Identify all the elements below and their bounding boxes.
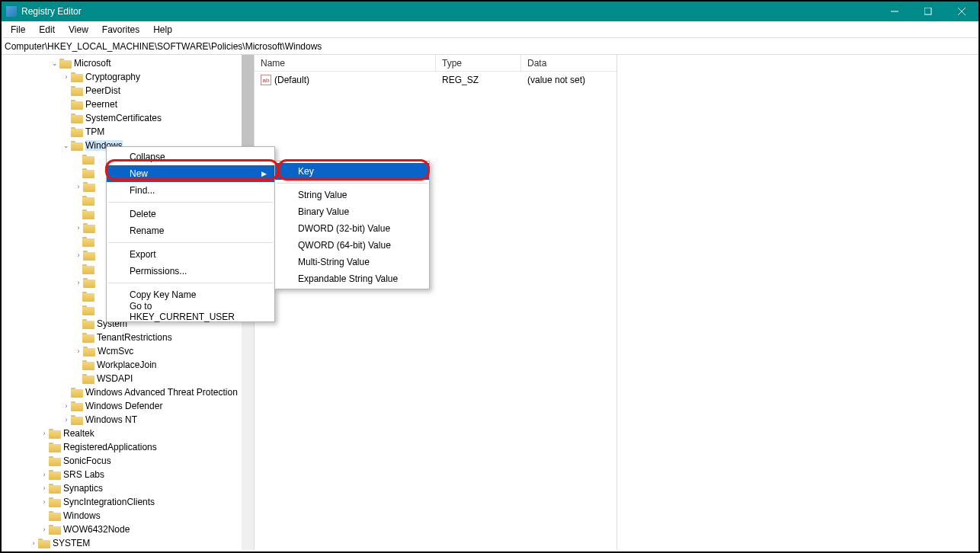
folder-icon [38, 538, 50, 548]
ctx-collapse[interactable]: Collapse [107, 149, 274, 165]
tree-systemhive[interactable]: SYSTEM [53, 538, 90, 548]
folder-icon [71, 126, 83, 137]
sub-key[interactable]: Key [275, 163, 429, 180]
app-icon [6, 6, 17, 17]
ctx-goto[interactable]: Go to HKEY_CURRENT_USER [107, 303, 274, 320]
header-name[interactable]: Name [255, 55, 436, 71]
ctx-rename[interactable]: Rename [107, 222, 274, 239]
submenu-arrow-icon: ▶ [261, 170, 267, 177]
tree-regapps[interactable]: RegisteredApplications [63, 442, 157, 452]
new-submenu: Key String Value Binary Value DWORD (32-… [274, 161, 430, 289]
titlebar: Registry Editor [2, 2, 978, 21]
tree-sonic[interactable]: SonicFocus [63, 456, 111, 466]
ctx-delete[interactable]: Delete [107, 206, 274, 222]
tree-peerdist[interactable]: PeerDist [85, 85, 120, 96]
context-menu: Collapse New▶ Find... Delete Rename Expo… [106, 146, 275, 322]
value-name: (Default) [274, 75, 309, 85]
sub-dword[interactable]: DWORD (32-bit) Value [275, 220, 429, 237]
empty-panel [617, 55, 979, 550]
folder-icon [83, 181, 95, 192]
menu-favorites[interactable]: Favorites [96, 23, 146, 37]
folder-icon [71, 140, 83, 151]
close-button[interactable] [945, 2, 978, 21]
folder-icon [83, 250, 95, 261]
folder-icon [82, 305, 94, 315]
value-data: (value not set) [521, 75, 617, 85]
menu-separator [108, 202, 273, 203]
folder-icon [71, 85, 83, 96]
ctx-permissions[interactable]: Permissions... [107, 263, 274, 280]
tree-realtek[interactable]: Realtek [63, 428, 94, 439]
folder-icon [82, 236, 94, 247]
folder-icon [49, 524, 61, 535]
window-title: Registry Editor [21, 6, 82, 17]
list-row[interactable]: ab(Default) REG_SZ (value not set) [255, 72, 617, 88]
tree-winnt[interactable]: Windows NT [85, 414, 137, 425]
folder-icon [49, 497, 61, 507]
menu-edit[interactable]: Edit [33, 23, 61, 37]
sub-expand[interactable]: Expandable String Value [275, 270, 429, 287]
tree-wsdapi[interactable]: WSDAPI [97, 373, 133, 384]
folder-icon [49, 483, 61, 494]
ctx-new[interactable]: New▶ [107, 165, 274, 182]
tree-tpm[interactable]: TPM [85, 126, 104, 137]
folder-icon [71, 113, 83, 123]
tree-cryptography[interactable]: Cryptography [85, 72, 140, 82]
tree-watp[interactable]: Windows Advanced Threat Protection [85, 387, 238, 398]
maximize-button[interactable] [911, 2, 945, 21]
folder-icon [49, 510, 61, 521]
tree-srs[interactable]: SRS Labs [63, 469, 104, 480]
sub-binary[interactable]: Binary Value [275, 203, 429, 220]
folder-icon [82, 332, 94, 343]
menu-file[interactable]: File [5, 23, 31, 37]
menu-separator [277, 183, 428, 184]
folder-icon [82, 168, 94, 178]
tree-workplace[interactable]: WorkplaceJoin [97, 360, 156, 370]
sub-multi[interactable]: Multi-String Value [275, 254, 429, 270]
folder-icon [71, 72, 83, 82]
sub-qword[interactable]: QWORD (64-bit) Value [275, 237, 429, 254]
menu-view[interactable]: View [62, 23, 94, 37]
folder-icon [82, 154, 94, 165]
folder-icon [82, 373, 94, 384]
tree-sync[interactable]: SyncIntegrationClients [63, 497, 155, 507]
folder-icon [82, 360, 94, 370]
folder-icon [71, 414, 83, 425]
menu-separator [108, 242, 273, 243]
ctx-export[interactable]: Export [107, 246, 274, 263]
list-header: Name Type Data [255, 55, 617, 72]
folder-icon [49, 469, 61, 480]
tree-wcmsvc[interactable]: WcmSvc [98, 346, 133, 356]
tree-peernet[interactable]: Peernet [85, 99, 117, 110]
folder-icon [59, 58, 72, 69]
menu-help[interactable]: Help [147, 23, 178, 37]
tree-windows2[interactable]: Windows [63, 510, 101, 521]
folder-icon [49, 428, 61, 439]
tree-defender[interactable]: Windows Defender [85, 401, 162, 411]
folder-icon [71, 387, 83, 398]
folder-icon [82, 195, 94, 206]
folder-icon [83, 222, 95, 233]
sub-string[interactable]: String Value [275, 187, 429, 203]
folder-icon [71, 99, 83, 110]
header-data[interactable]: Data [521, 55, 617, 71]
menubar: File Edit View Favorites Help [2, 21, 978, 38]
value-type: REG_SZ [436, 75, 521, 85]
folder-icon [49, 456, 61, 466]
ctx-find[interactable]: Find... [107, 182, 274, 199]
folder-icon [83, 346, 95, 356]
folder-icon [82, 291, 94, 302]
tree-systemcertificates[interactable]: SystemCertificates [85, 113, 162, 123]
minimize-button[interactable] [878, 2, 911, 21]
address-bar[interactable]: Computer\HKEY_LOCAL_MACHINE\SOFTWARE\Pol… [2, 38, 978, 55]
folder-icon [82, 318, 94, 329]
tree-microsoft[interactable]: Microsoft [74, 58, 111, 69]
folder-icon [83, 277, 95, 288]
folder-icon [82, 264, 94, 274]
folder-icon [82, 209, 94, 219]
header-type[interactable]: Type [436, 55, 521, 71]
tree-synaptics[interactable]: Synaptics [63, 483, 103, 494]
folder-icon [71, 401, 83, 411]
tree-wow64[interactable]: WOW6432Node [63, 524, 130, 535]
tree-tenant[interactable]: TenantRestrictions [97, 332, 172, 343]
